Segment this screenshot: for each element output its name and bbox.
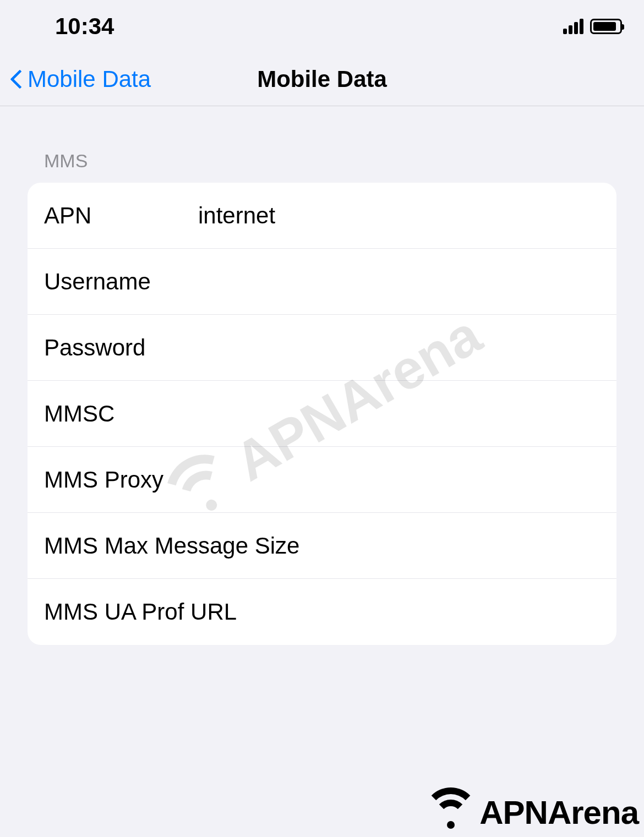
input-mmsc[interactable] [198,401,600,427]
content-area: MMS APN Username Password MMSC MMS Proxy… [0,106,644,645]
label-password: Password [44,335,198,361]
label-mms-proxy: MMS Proxy [44,467,198,493]
wifi-icon [423,793,478,831]
row-mms-ua-prof[interactable]: MMS UA Prof URL [28,579,616,645]
brand-text: APNArena [479,794,638,831]
signal-icon [563,19,583,34]
row-password[interactable]: Password [28,315,616,381]
label-mms-max-size: MMS Max Message Size [44,533,299,559]
status-indicators [563,19,622,34]
back-button-label: Mobile Data [28,66,151,92]
label-mms-ua-prof: MMS UA Prof URL [44,599,237,625]
section-header-mms: MMS [28,128,616,183]
navigation-bar: Mobile Data Mobile Data [0,52,644,106]
label-mmsc: MMSC [44,401,198,427]
row-mms-proxy[interactable]: MMS Proxy [28,447,616,513]
row-apn[interactable]: APN [28,183,616,249]
battery-icon [590,19,622,34]
input-username[interactable] [198,269,600,295]
status-time: 10:34 [55,13,114,40]
status-bar: 10:34 [0,0,644,52]
back-button[interactable]: Mobile Data [11,66,151,92]
label-username: Username [44,269,198,295]
input-apn[interactable] [198,203,600,229]
row-username[interactable]: Username [28,249,616,315]
settings-group-mms: APN Username Password MMSC MMS Proxy MMS… [28,183,616,645]
input-mms-max-size[interactable] [299,533,600,559]
page-title: Mobile Data [257,66,387,92]
chevron-back-icon [11,68,23,90]
row-mms-max-size[interactable]: MMS Max Message Size [28,513,616,579]
row-mmsc[interactable]: MMSC [28,381,616,447]
branding: APNArena [423,793,638,831]
input-mms-ua-prof[interactable] [237,599,600,625]
label-apn: APN [44,203,198,229]
input-mms-proxy[interactable] [198,467,600,493]
input-password[interactable] [198,335,600,361]
